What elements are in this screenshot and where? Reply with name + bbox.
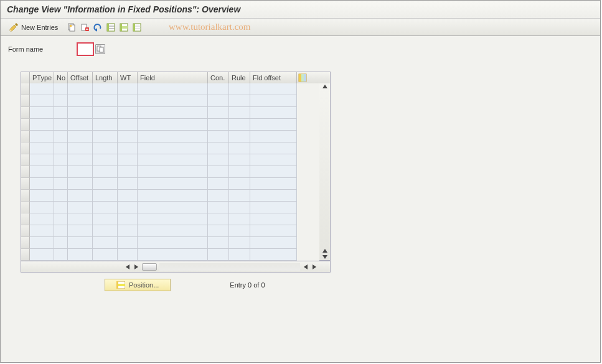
- cell[interactable]: [250, 213, 297, 225]
- cell[interactable]: [68, 95, 93, 107]
- cell[interactable]: [54, 154, 68, 166]
- cell[interactable]: [30, 166, 54, 178]
- cell[interactable]: [30, 119, 54, 131]
- cell[interactable]: [54, 83, 68, 95]
- cell[interactable]: [229, 95, 250, 107]
- cell[interactable]: [54, 178, 68, 190]
- cell[interactable]: [138, 154, 208, 166]
- cell[interactable]: [208, 107, 229, 119]
- cell[interactable]: [138, 142, 208, 154]
- cell[interactable]: [138, 178, 208, 190]
- row-selector[interactable]: [21, 107, 30, 119]
- hscroll-right-end[interactable]: [310, 263, 319, 271]
- cell[interactable]: [250, 166, 297, 178]
- cell[interactable]: [30, 249, 54, 261]
- cell[interactable]: [250, 119, 297, 131]
- cell[interactable]: [138, 107, 208, 119]
- cell[interactable]: [208, 202, 229, 213]
- row-selector[interactable]: [21, 213, 30, 225]
- cell[interactable]: [208, 249, 229, 261]
- cell[interactable]: [54, 119, 68, 131]
- cell[interactable]: [68, 190, 93, 202]
- cell[interactable]: [208, 154, 229, 166]
- new-entries-button[interactable]: New Entries: [6, 21, 61, 34]
- cell[interactable]: [138, 202, 208, 213]
- select-all-button[interactable]: [105, 22, 116, 33]
- deselect-all-button[interactable]: [131, 22, 143, 33]
- cell[interactable]: [229, 202, 250, 213]
- cell[interactable]: [118, 202, 138, 213]
- cell[interactable]: [250, 178, 297, 190]
- cell[interactable]: [30, 95, 54, 107]
- cell[interactable]: [30, 142, 54, 154]
- cell[interactable]: [68, 107, 93, 119]
- cell[interactable]: [250, 202, 297, 213]
- cell[interactable]: [118, 237, 138, 249]
- row-selector[interactable]: [21, 249, 30, 261]
- horizontal-scrollbar[interactable]: [21, 261, 331, 273]
- cell[interactable]: [229, 178, 250, 190]
- cell[interactable]: [118, 249, 138, 261]
- cell[interactable]: [93, 213, 118, 225]
- cell[interactable]: [208, 237, 229, 249]
- cell[interactable]: [208, 178, 229, 190]
- cell[interactable]: [208, 142, 229, 154]
- cell[interactable]: [30, 237, 54, 249]
- cell[interactable]: [208, 225, 229, 237]
- cell[interactable]: [138, 119, 208, 131]
- cell[interactable]: [229, 249, 250, 261]
- cell[interactable]: [118, 95, 138, 107]
- form-name-search-help[interactable]: [95, 44, 105, 54]
- cell[interactable]: [229, 225, 250, 237]
- cell[interactable]: [30, 225, 54, 237]
- cell[interactable]: [118, 225, 138, 237]
- cell[interactable]: [54, 107, 68, 119]
- cell[interactable]: [93, 237, 118, 249]
- cell[interactable]: [68, 166, 93, 178]
- cell[interactable]: [93, 95, 118, 107]
- col-lngth[interactable]: Lngth: [93, 72, 118, 83]
- cell[interactable]: [68, 142, 93, 154]
- cell[interactable]: [54, 142, 68, 154]
- undo-button[interactable]: [92, 22, 103, 33]
- col-con[interactable]: Con.: [208, 72, 229, 83]
- cell[interactable]: [138, 131, 208, 142]
- cell[interactable]: [250, 190, 297, 202]
- copy-button[interactable]: [66, 22, 77, 33]
- vertical-scrollbar[interactable]: [319, 83, 331, 261]
- col-no[interactable]: No: [54, 72, 68, 83]
- cell[interactable]: [118, 142, 138, 154]
- hscroll-thumb[interactable]: [142, 263, 157, 271]
- cell[interactable]: [54, 166, 68, 178]
- row-selector[interactable]: [21, 237, 30, 249]
- row-selector-header[interactable]: [21, 72, 30, 83]
- cell[interactable]: [54, 237, 68, 249]
- cell[interactable]: [93, 249, 118, 261]
- cell[interactable]: [250, 107, 297, 119]
- cell[interactable]: [208, 166, 229, 178]
- cell[interactable]: [93, 225, 118, 237]
- cell[interactable]: [68, 249, 93, 261]
- cell[interactable]: [93, 107, 118, 119]
- row-selector[interactable]: [21, 95, 30, 107]
- cell[interactable]: [250, 237, 297, 249]
- cell[interactable]: [208, 190, 229, 202]
- cell[interactable]: [93, 142, 118, 154]
- cell[interactable]: [138, 83, 208, 95]
- cell[interactable]: [250, 154, 297, 166]
- cell[interactable]: [138, 237, 208, 249]
- row-selector[interactable]: [21, 119, 30, 131]
- cell[interactable]: [118, 166, 138, 178]
- hscroll-track[interactable]: [159, 263, 300, 271]
- cell[interactable]: [118, 119, 138, 131]
- row-selector[interactable]: [21, 166, 30, 178]
- cell[interactable]: [229, 237, 250, 249]
- cell[interactable]: [138, 225, 208, 237]
- cell[interactable]: [229, 131, 250, 142]
- cell[interactable]: [30, 202, 54, 213]
- cell[interactable]: [93, 154, 118, 166]
- cell[interactable]: [229, 154, 250, 166]
- cell[interactable]: [30, 190, 54, 202]
- hscroll-left[interactable]: [123, 263, 132, 271]
- cell[interactable]: [93, 202, 118, 213]
